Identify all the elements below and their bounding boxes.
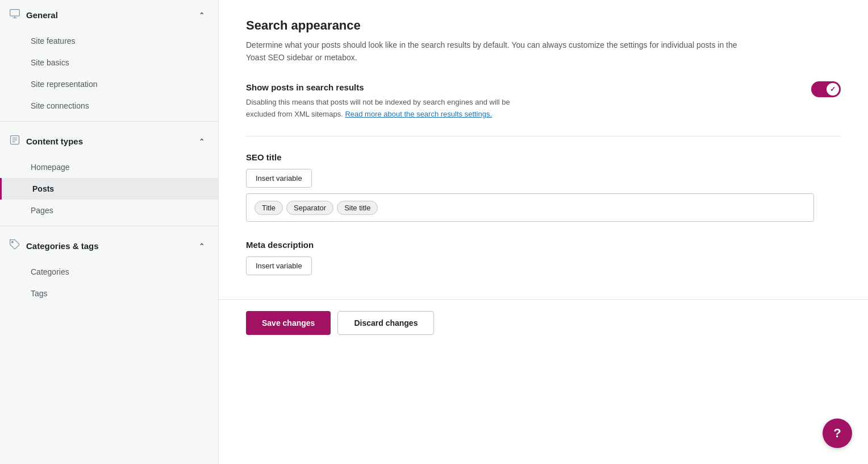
sidebar-group-categories-tags[interactable]: Categories & tags ⌃ [0,231,218,261]
meta-description-insert-variable-button[interactable]: Insert variable [246,256,312,275]
sidebar-divider-2 [0,226,218,226]
footer-bar: Save changes Discard changes [219,299,868,346]
save-changes-button[interactable]: Save changes [246,311,331,335]
sidebar-group-content-types[interactable]: Content types ⌃ [0,126,218,156]
chevron-up-icon-2: ⌃ [199,138,205,146]
monitor-icon [9,8,20,22]
show-posts-description: Disabling this means that posts will not… [246,97,519,121]
seo-title-insert-variable-button[interactable]: Insert variable [246,169,312,188]
sidebar-item-site-connections[interactable]: Site connections [0,95,218,117]
tag-title: Title [254,201,283,215]
tag-icon [9,239,20,253]
page-description: Determine what your posts should look li… [246,39,757,64]
sidebar-item-categories[interactable]: Categories [0,261,218,283]
main-content: Search appearance Determine what your po… [219,0,868,464]
sidebar-group-categories-tags-label: Categories & tags [26,241,99,251]
sidebar-item-site-features[interactable]: Site features [0,30,218,52]
read-more-link[interactable]: Read more about the search results setti… [345,110,492,118]
page-title: Search appearance [246,18,841,33]
discard-changes-button[interactable]: Discard changes [337,311,434,335]
chevron-up-icon-3: ⌃ [199,242,205,250]
sidebar-group-general-label: General [26,10,58,20]
seo-title-tags-area[interactable]: Title Separator Site title [246,193,814,222]
sidebar-item-pages[interactable]: Pages [0,200,218,221]
sidebar-item-site-representation[interactable]: Site representation [0,73,218,95]
help-icon: ? [833,426,841,441]
tag-site-title: Site title [337,201,378,215]
sidebar-item-posts[interactable]: Posts [0,178,218,200]
svg-rect-0 [10,10,20,16]
sidebar-section-general: General ⌃ Site features Site basics Site… [0,0,218,117]
seo-title-label: SEO title [246,152,841,162]
sidebar: General ⌃ Site features Site basics Site… [0,0,219,464]
sidebar-section-categories-tags: Categories & tags ⌃ Categories Tags [0,231,218,304]
show-posts-toggle-row: Show posts in search results Disabling t… [246,82,841,121]
sidebar-section-content-types: Content types ⌃ Homepage Posts Pages [0,126,218,221]
meta-description-section: Meta description Insert variable [246,240,841,281]
sidebar-item-tags[interactable]: Tags [0,283,218,304]
svg-point-7 [12,242,14,243]
show-posts-toggle[interactable]: ✓ [811,81,841,97]
sidebar-group-content-types-label: Content types [26,136,83,146]
document-icon [9,134,20,148]
toggle-check-icon: ✓ [830,85,836,93]
section-divider-1 [246,136,841,136]
sidebar-divider-1 [0,121,218,122]
tag-separator: Separator [286,201,333,215]
show-posts-label: Show posts in search results [246,82,519,92]
help-button[interactable]: ? [823,419,852,448]
meta-description-label: Meta description [246,240,841,250]
seo-title-section: SEO title Insert variable Title Separato… [246,152,841,222]
sidebar-item-site-basics[interactable]: Site basics [0,52,218,73]
sidebar-item-homepage[interactable]: Homepage [0,156,218,178]
sidebar-group-general[interactable]: General ⌃ [0,0,218,30]
chevron-up-icon: ⌃ [199,11,205,19]
